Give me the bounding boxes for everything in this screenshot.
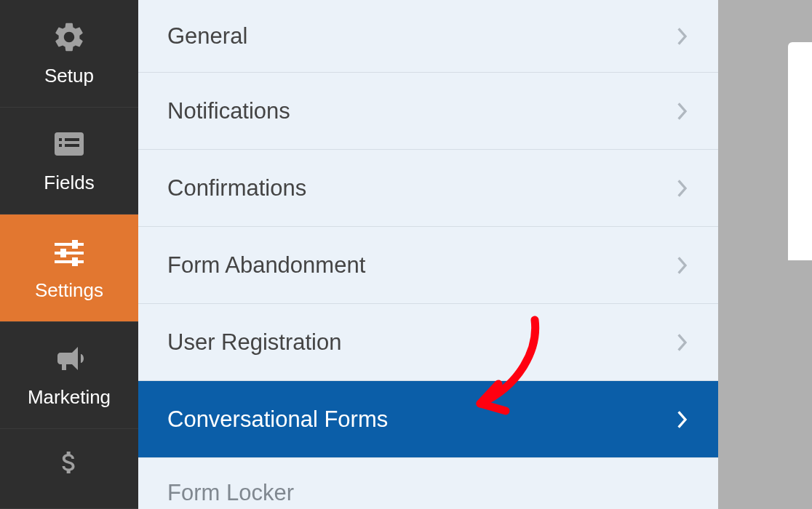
chevron-right-icon — [676, 178, 689, 199]
sidebar-label-marketing: Marketing — [28, 386, 111, 409]
chevron-right-icon — [676, 409, 689, 430]
sidebar: Setup Fields Settings Marketing — [0, 0, 138, 509]
settings-item-confirmations[interactable]: Confirmations — [138, 150, 718, 227]
svg-rect-4 — [65, 144, 79, 147]
right-preview-area — [718, 0, 812, 509]
settings-panel: General Notifications Confirmations Form… — [138, 0, 718, 509]
gear-icon — [52, 20, 87, 55]
svg-rect-9 — [60, 249, 66, 257]
dollar-icon — [52, 445, 87, 480]
chevron-right-icon — [676, 26, 689, 47]
settings-item-conversational-forms[interactable]: Conversational Forms — [138, 381, 718, 458]
svg-rect-3 — [59, 144, 62, 147]
sidebar-item-fields[interactable]: Fields — [0, 108, 138, 215]
settings-label-user-registration: User Registration — [167, 329, 341, 356]
sidebar-item-marketing[interactable]: Marketing — [0, 322, 138, 430]
svg-rect-10 — [72, 257, 78, 266]
settings-label-form-abandonment: Form Abandonment — [167, 252, 365, 278]
settings-item-notifications[interactable]: Notifications — [138, 73, 718, 150]
chevron-right-icon — [676, 255, 689, 276]
sidebar-item-settings[interactable]: Settings — [0, 215, 138, 322]
settings-label-form-locker: Form Locker — [167, 480, 294, 506]
sliders-icon — [52, 234, 87, 269]
bullhorn-icon — [52, 341, 87, 376]
settings-label-confirmations: Confirmations — [167, 175, 306, 201]
settings-label-general: General — [167, 23, 247, 49]
list-icon — [52, 127, 87, 161]
settings-item-user-registration[interactable]: User Registration — [138, 304, 718, 381]
chevron-right-icon — [676, 332, 689, 353]
svg-rect-1 — [59, 138, 62, 141]
sidebar-label-setup: Setup — [44, 65, 94, 87]
svg-rect-7 — [55, 260, 84, 263]
settings-item-form-abandonment[interactable]: Form Abandonment — [138, 227, 718, 304]
settings-label-conversational-forms: Conversational Forms — [167, 406, 388, 433]
svg-rect-2 — [65, 138, 79, 141]
svg-rect-5 — [55, 243, 84, 246]
chevron-right-icon — [676, 101, 689, 121]
settings-item-form-locker[interactable]: Form Locker — [138, 458, 718, 509]
svg-rect-8 — [72, 240, 78, 249]
preview-panel — [788, 42, 812, 260]
sidebar-label-fields: Fields — [44, 172, 94, 194]
settings-item-general[interactable]: General — [138, 0, 718, 73]
svg-rect-6 — [55, 252, 84, 254]
sidebar-item-payments[interactable] — [0, 429, 138, 509]
sidebar-item-setup[interactable]: Setup — [0, 0, 138, 108]
settings-label-notifications: Notifications — [167, 98, 290, 124]
sidebar-label-settings: Settings — [35, 279, 103, 302]
